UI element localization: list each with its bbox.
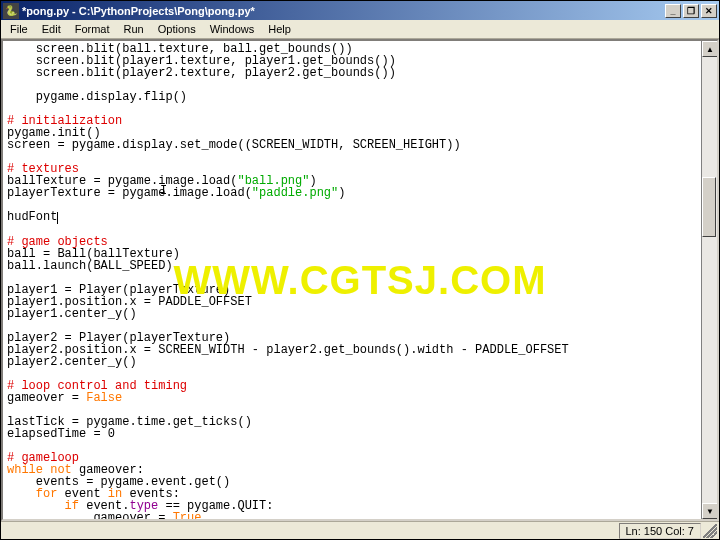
menu-edit[interactable]: Edit bbox=[35, 21, 68, 37]
minimize-button[interactable]: _ bbox=[665, 4, 681, 18]
resize-grip[interactable] bbox=[703, 524, 717, 538]
menu-options[interactable]: Options bbox=[151, 21, 203, 37]
scroll-thumb[interactable] bbox=[702, 177, 716, 237]
menubar: File Edit Format Run Options Windows Hel… bbox=[1, 20, 719, 39]
maximize-button[interactable]: ❐ bbox=[683, 4, 699, 18]
scroll-track[interactable] bbox=[702, 57, 717, 503]
menu-format[interactable]: Format bbox=[68, 21, 117, 37]
scroll-up-button[interactable]: ▲ bbox=[702, 41, 718, 57]
menu-windows[interactable]: Windows bbox=[203, 21, 262, 37]
vertical-scrollbar[interactable]: ▲ ▼ bbox=[701, 41, 717, 519]
statusbar: Ln: 150 Col: 7 bbox=[1, 521, 719, 539]
titlebar[interactable]: 🐍 *pong.py - C:\PythonProjects\Pong\pong… bbox=[1, 1, 719, 20]
editor-container: screen.blit(ball.texture, ball.get_bound… bbox=[1, 39, 719, 521]
titlebar-text: *pong.py - C:\PythonProjects\Pong\pong.p… bbox=[22, 5, 665, 17]
menu-help[interactable]: Help bbox=[261, 21, 298, 37]
close-button[interactable]: ✕ bbox=[701, 4, 717, 18]
app-window: 🐍 *pong.py - C:\PythonProjects\Pong\pong… bbox=[0, 0, 720, 540]
app-icon: 🐍 bbox=[3, 3, 19, 19]
scroll-down-button[interactable]: ▼ bbox=[702, 503, 718, 519]
status-position: Ln: 150 Col: 7 bbox=[619, 523, 702, 539]
menu-file[interactable]: File bbox=[3, 21, 35, 37]
menu-run[interactable]: Run bbox=[117, 21, 151, 37]
code-editor[interactable]: screen.blit(ball.texture, ball.get_bound… bbox=[3, 41, 701, 519]
window-controls: _ ❐ ✕ bbox=[665, 4, 717, 18]
